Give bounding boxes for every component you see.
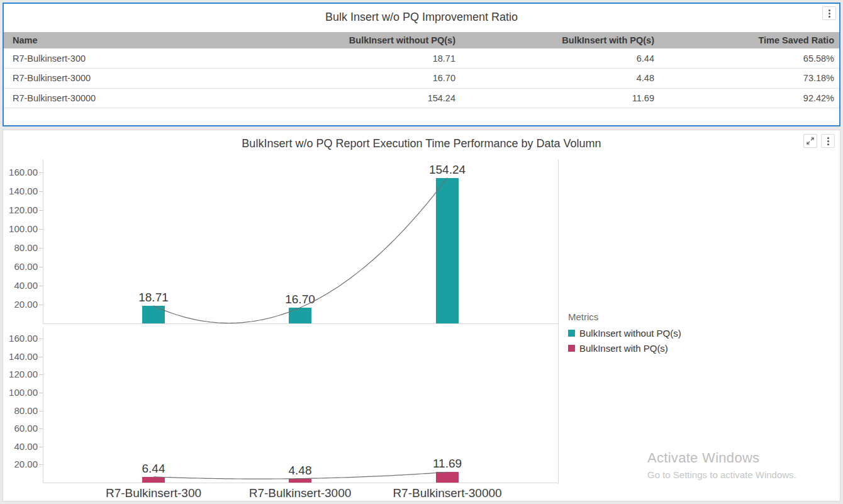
expand-icon <box>807 137 814 145</box>
y-axis-tick-label: 80.00 <box>3 242 38 254</box>
data-label: 18.71 <box>116 291 191 305</box>
bar-R7-Bulkinsert-3000[interactable] <box>289 308 311 323</box>
trendline-layer <box>3 130 841 502</box>
bar-R7-Bulkinsert-30000[interactable] <box>436 178 459 323</box>
more-options-button[interactable] <box>822 6 836 20</box>
table-title: Bulk Insert w/o PQ Improvement Ratio <box>4 4 839 24</box>
x-axis-label: R7-Bulkinsert-30000 <box>372 486 523 500</box>
legend-item[interactable]: BulkInsert with PQ(s) <box>568 343 681 354</box>
row-name-cell: R7-Bulkinsert-30000 <box>4 88 229 108</box>
row-value-cell: 4.48 <box>458 69 657 89</box>
y-axis-tick-label: 120.00 <box>3 369 38 380</box>
data-label: 4.48 <box>262 464 338 478</box>
row-value-cell: 73.18% <box>657 69 839 89</box>
watermark-line1: Activate Windows <box>647 450 796 466</box>
bar-R7-Bulkinsert-300[interactable] <box>142 477 165 483</box>
x-axis-label: R7-Bulkinsert-3000 <box>225 486 376 500</box>
legend-title: Metrics <box>568 311 681 322</box>
column-header[interactable]: Time Saved Ratio <box>657 32 839 48</box>
row-value-cell: 18.71 <box>229 48 458 69</box>
y-axis-tick-label: 100.00 <box>3 223 38 235</box>
panel-separator-line <box>558 159 559 484</box>
x-axis-label: R7-Bulkinsert-300 <box>78 486 229 500</box>
column-header[interactable]: Name <box>4 32 229 48</box>
row-value-cell: 65.58% <box>657 48 839 69</box>
y-axis-tick <box>39 229 43 230</box>
row-value-cell: 6.44 <box>458 48 657 69</box>
bar-R7-Bulkinsert-300[interactable] <box>142 306 165 323</box>
y-axis-tick <box>39 357 43 357</box>
chart-legend: Metrics BulkInsert without PQ(s)BulkInse… <box>568 311 681 358</box>
kebab-menu-icon <box>827 140 829 142</box>
y-axis-tick <box>39 447 43 447</box>
focus-mode-button[interactable] <box>803 134 817 148</box>
y-axis-tick-label: 160.00 <box>3 167 38 178</box>
column-header[interactable]: BulkInsert without PQ(s) <box>229 32 458 48</box>
chart-title: BulkInsert w/o PQ Report Execution Time … <box>3 130 840 150</box>
y-axis-tick-label: 160.00 <box>3 333 38 344</box>
data-label: 154.24 <box>410 163 485 177</box>
table-row[interactable]: R7-Bulkinsert-30018.716.4465.58% <box>4 48 839 69</box>
data-label: 11.69 <box>410 457 485 471</box>
y-axis-tick-label: 140.00 <box>3 186 38 197</box>
y-axis-tick <box>39 428 43 429</box>
row-value-cell: 16.70 <box>229 69 458 89</box>
y-axis-tick-label: 40.00 <box>3 441 38 452</box>
y-axis-tick-label: 100.00 <box>3 387 38 398</box>
column-header[interactable]: BulkInsert with PQ(s) <box>458 32 657 48</box>
y-axis-line <box>43 159 43 323</box>
chart-plot-area: 20.0040.0060.0080.00100.00120.00140.0016… <box>3 130 840 501</box>
x-axis-line <box>43 483 558 483</box>
y-axis-line <box>43 328 43 483</box>
row-value-cell: 154.24 <box>229 88 458 108</box>
y-axis-tick-label: 20.00 <box>3 459 38 470</box>
y-axis-tick-label: 40.00 <box>3 280 38 291</box>
y-axis-tick <box>39 210 43 211</box>
y-axis-tick-label: 80.00 <box>3 405 38 417</box>
x-axis-line <box>43 323 558 324</box>
y-axis-tick <box>39 374 43 375</box>
legend-swatch-icon <box>568 345 575 352</box>
windows-activation-watermark: Activate Windows Go to Settings to activ… <box>647 450 796 480</box>
y-axis-tick <box>39 191 43 192</box>
y-axis-tick <box>39 411 43 412</box>
y-axis-tick <box>39 305 43 305</box>
row-name-cell: R7-Bulkinsert-300 <box>4 48 229 69</box>
y-axis-tick <box>39 248 43 249</box>
y-axis-tick-label: 20.00 <box>3 299 38 310</box>
legend-swatch-icon <box>568 330 575 337</box>
y-axis-tick-label: 120.00 <box>3 204 38 216</box>
y-axis-tick-label: 60.00 <box>3 261 38 272</box>
chart-visual-card[interactable]: BulkInsert w/o PQ Report Execution Time … <box>3 130 840 501</box>
table-header-row: NameBulkInsert without PQ(s)BulkInsert w… <box>4 32 839 48</box>
legend-item[interactable]: BulkInsert without PQ(s) <box>568 328 681 339</box>
trendline <box>154 472 447 479</box>
improvement-ratio-table: NameBulkInsert without PQ(s)BulkInsert w… <box>4 32 839 108</box>
legend-label: BulkInsert without PQ(s) <box>579 328 681 339</box>
bar-R7-Bulkinsert-30000[interactable] <box>436 472 459 483</box>
y-axis-tick <box>39 339 43 339</box>
visual-actions <box>803 134 835 148</box>
bar-R7-Bulkinsert-3000[interactable] <box>289 479 311 483</box>
y-axis-tick <box>39 286 43 286</box>
kebab-menu-icon <box>829 13 830 14</box>
table-visual-card[interactable]: Bulk Insert w/o PQ Improvement Ratio Nam… <box>3 3 840 126</box>
table-row[interactable]: R7-Bulkinsert-300016.704.4873.18% <box>4 69 839 89</box>
y-axis-tick <box>39 172 43 173</box>
table-row[interactable]: R7-Bulkinsert-30000154.2411.6992.42% <box>4 88 839 108</box>
watermark-line2: Go to Settings to activate Windows. <box>647 469 796 480</box>
data-label: 6.44 <box>116 462 191 476</box>
legend-label: BulkInsert with PQ(s) <box>579 343 668 354</box>
y-axis-tick-label: 60.00 <box>3 423 38 434</box>
trendline <box>154 178 447 323</box>
row-name-cell: R7-Bulkinsert-3000 <box>4 69 229 89</box>
y-axis-tick <box>39 267 43 267</box>
y-axis-tick <box>39 464 43 465</box>
data-label: 16.70 <box>262 293 338 306</box>
row-value-cell: 11.69 <box>458 88 657 108</box>
row-value-cell: 92.42% <box>657 88 839 108</box>
y-axis-tick-label: 140.00 <box>3 351 38 362</box>
y-axis-tick <box>39 393 43 393</box>
more-options-button[interactable] <box>821 134 835 148</box>
